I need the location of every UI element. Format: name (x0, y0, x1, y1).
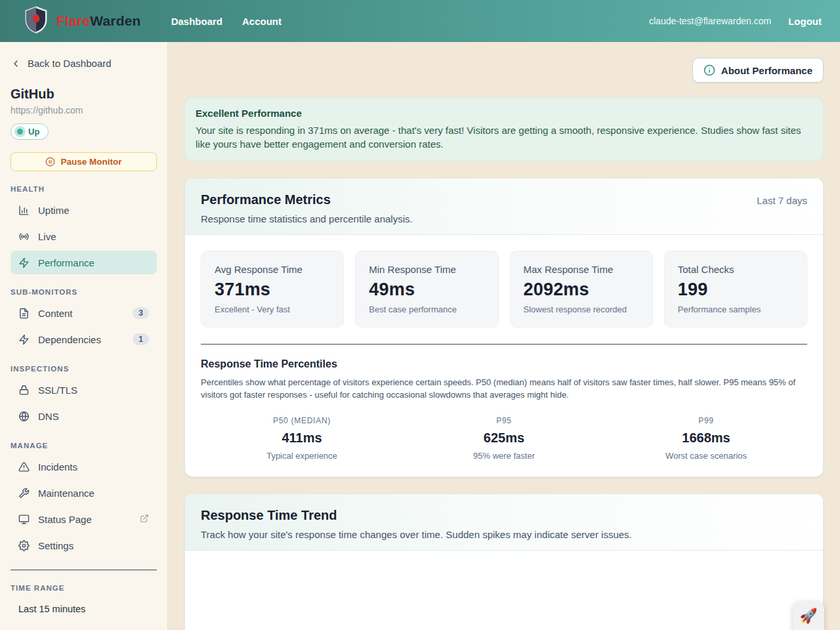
nav-link-account[interactable]: Account (242, 16, 282, 27)
alert-triangle-icon (18, 461, 30, 472)
bar-chart-icon (18, 205, 30, 216)
status-up-dot-icon (17, 129, 23, 135)
trend-card-title: Response Time Trend (201, 508, 337, 523)
section-label-health: HEALTH (10, 185, 157, 193)
section-label-sub-monitors: SUB-MONITORS (10, 288, 157, 296)
performance-banner: Excellent Performance Your site is respo… (184, 97, 824, 161)
sidebar-item-ssl-tls[interactable]: SSL/TLS (10, 378, 157, 402)
percentile-p99: P99 1668ms Worst case scenarios (605, 416, 807, 461)
status-badge: Up (10, 123, 49, 140)
sidebar-item-dependencies[interactable]: Dependencies 1 (10, 327, 157, 351)
external-link-icon (140, 514, 149, 525)
sidebar-item-live[interactable]: Live (10, 224, 157, 248)
performance-metrics-card: Performance Metrics Last 7 days Response… (184, 178, 824, 477)
sidebar-item-uptime[interactable]: Uptime (10, 198, 157, 222)
stat-avg-response-time: Avg Response Time 371ms Excellent - Very… (201, 251, 344, 327)
stat-min-response-time: Min Response Time 49ms Best case perform… (355, 251, 498, 327)
section-label-manage: MANAGE (10, 442, 157, 450)
shield-flame-logo-icon (24, 6, 49, 36)
zap-icon (18, 334, 30, 345)
trend-chart-area (185, 551, 823, 630)
nav-link-dashboard[interactable]: Dashboard (171, 16, 222, 27)
percentile-p50: P50 (MEDIAN) 411ms Typical experience (201, 416, 403, 461)
nav-links: Dashboard Account (171, 16, 282, 27)
sidebar-item-incidents[interactable]: Incidents (10, 455, 157, 478)
stat-total-checks: Total Checks 199 Performance samples (664, 251, 807, 327)
metrics-card-title: Performance Metrics (201, 192, 331, 207)
metrics-divider (201, 344, 807, 345)
percentile-p95: P95 625ms 95% were faster (403, 416, 605, 461)
time-range-option-1h[interactable]: Last hour (10, 623, 157, 630)
wrench-icon (18, 488, 30, 499)
metrics-card-subtitle: Response time statistics and percentile … (201, 213, 807, 224)
sidebar-item-performance[interactable]: Performance (10, 251, 157, 274)
lock-icon (18, 385, 30, 396)
sidebar-item-maintenance[interactable]: Maintenance (10, 481, 157, 505)
sidebar: Back to Dashboard GitHub https://github.… (0, 42, 168, 630)
section-label-time-range: TIME RANGE (10, 584, 157, 592)
brand-name: FlareWarden (56, 13, 141, 29)
zap-icon (18, 257, 30, 268)
monitor-icon (18, 514, 30, 525)
gear-icon (18, 540, 30, 551)
banner-title: Excellent Performance (196, 108, 812, 119)
stat-max-response-time: Max Response Time 2092ms Slowest respons… (510, 251, 653, 327)
monitor-name: GitHub (10, 87, 157, 102)
chevron-left-icon (10, 58, 21, 69)
rocket-icon: 🚀 (799, 608, 817, 625)
brand[interactable]: FlareWarden (24, 6, 141, 36)
sidebar-item-content[interactable]: Content 3 (10, 301, 157, 325)
file-text-icon (18, 308, 30, 319)
about-performance-button[interactable]: About Performance (692, 58, 824, 83)
time-range-option-15m[interactable]: Last 15 minutes (10, 597, 157, 621)
logout-button[interactable]: Logout (788, 16, 822, 27)
top-navbar: FlareWarden Dashboard Account claude-tes… (0, 0, 840, 42)
back-to-dashboard-link[interactable]: Back to Dashboard (10, 58, 157, 69)
response-time-trend-card: Response Time Trend Track how your site'… (184, 494, 824, 630)
circle-pause-icon (45, 157, 55, 167)
dependencies-count-badge: 1 (133, 333, 149, 345)
metrics-card-period: Last 7 days (757, 195, 807, 206)
info-icon (704, 64, 715, 76)
sidebar-item-status-page[interactable]: Status Page (10, 507, 157, 531)
content-count-badge: 3 (133, 307, 149, 319)
monitor-url: https://github.com (10, 105, 157, 116)
user-email: claude-test@flarewarden.com (649, 16, 771, 26)
percentiles-title: Response Time Percentiles (201, 358, 807, 370)
banner-body: Your site is responding in 371ms on aver… (196, 124, 812, 151)
globe-icon (18, 411, 30, 422)
trend-card-subtitle: Track how your site's response time chan… (201, 529, 807, 540)
section-label-inspections: INSPECTIONS (10, 365, 157, 373)
rocket-button[interactable]: 🚀 (793, 601, 824, 630)
percentiles-description: Percentiles show what percentage of visi… (201, 377, 807, 402)
pause-monitor-button[interactable]: Pause Monitor (10, 152, 157, 171)
radio-icon (18, 231, 30, 242)
sidebar-item-dns[interactable]: DNS (10, 404, 157, 428)
sidebar-item-settings[interactable]: Settings (10, 534, 157, 557)
sidebar-divider (10, 570, 157, 570)
main-content: About Performance Excellent Performance … (168, 42, 840, 630)
